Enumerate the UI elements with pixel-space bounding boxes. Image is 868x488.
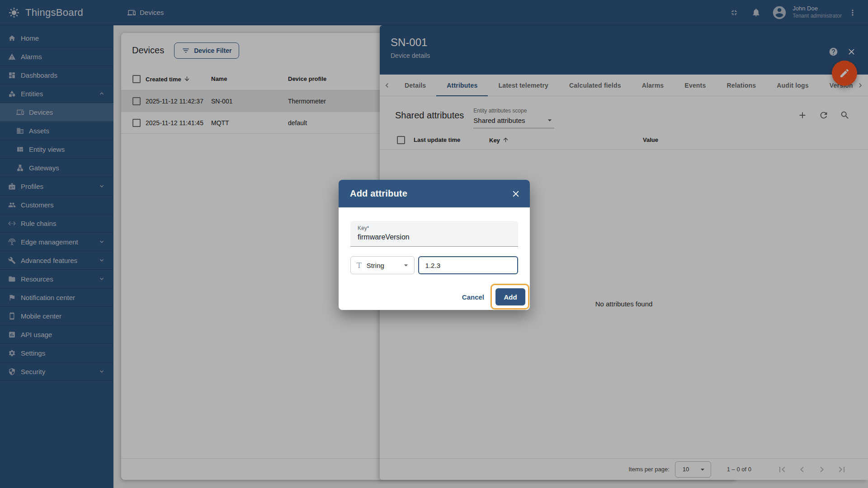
- text-type-icon: T: [357, 261, 362, 270]
- dialog-body: Key* firmwareVersion T String 1.2.3 Canc…: [339, 207, 530, 305]
- key-field-label: Key*: [358, 225, 511, 231]
- key-field-value: firmwareVersion: [358, 233, 511, 241]
- dialog-actions: Cancel Add: [350, 288, 525, 305]
- cancel-button[interactable]: Cancel: [458, 293, 489, 301]
- dialog-header: Add attribute: [339, 180, 530, 207]
- dialog-close-icon[interactable]: [511, 189, 521, 199]
- value-type-value: String: [367, 262, 396, 269]
- add-button[interactable]: Add: [495, 288, 525, 305]
- type-row: T String 1.2.3: [350, 256, 518, 274]
- attribute-value-input[interactable]: 1.2.3: [418, 256, 518, 274]
- thingsboard-app: ThingsBoard Devices John Doe Tenant admi…: [0, 0, 868, 488]
- dialog-title: Add attribute: [350, 188, 407, 199]
- attribute-value-text: 1.2.3: [425, 262, 440, 269]
- add-attribute-dialog: Add attribute Key* firmwareVersion T Str…: [339, 180, 530, 310]
- value-type-select[interactable]: T String: [350, 256, 415, 274]
- caret-down-icon: [401, 261, 410, 270]
- key-field[interactable]: Key* firmwareVersion: [350, 221, 518, 247]
